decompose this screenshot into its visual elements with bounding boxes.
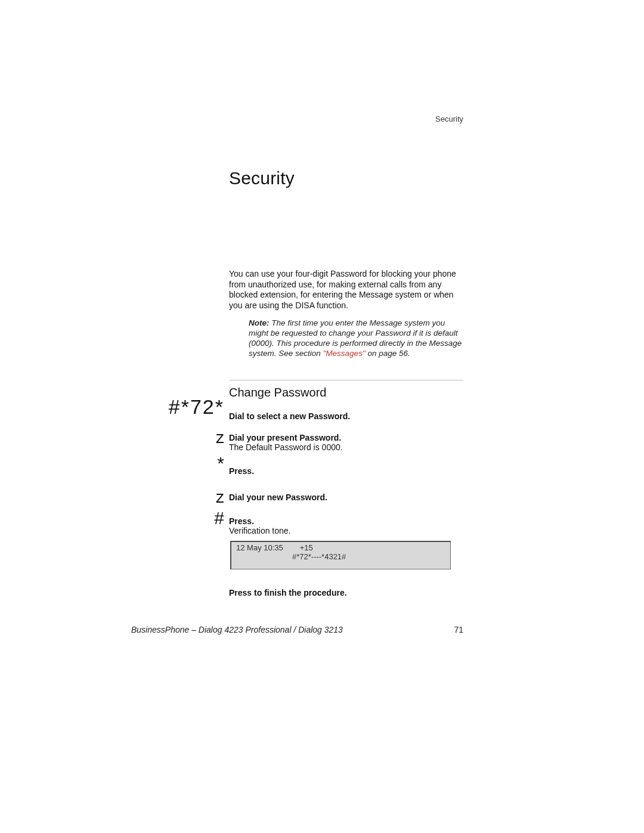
step-1-desc: Dial to select a new Password. bbox=[229, 411, 464, 421]
step-5-sub: Verification tone. bbox=[229, 526, 291, 535]
step-6-desc: Press to finish the procedure. bbox=[229, 588, 464, 597]
step-4-desc: Dial your new Password. bbox=[229, 493, 464, 502]
step-3-text: Press. bbox=[229, 466, 254, 476]
step-5-desc: Press. Verification tone. bbox=[229, 516, 464, 535]
page-title: Security bbox=[229, 168, 295, 188]
note-body-2: on page 56. bbox=[366, 349, 410, 358]
key-z-1: z bbox=[137, 428, 224, 447]
step-6-text: Press to finish the procedure. bbox=[229, 588, 347, 597]
step-2-text: Dial your present Password. bbox=[229, 433, 341, 442]
page: Security Security You can use your four-… bbox=[0, 0, 644, 833]
step-5-text: Press. bbox=[229, 516, 254, 526]
note-link[interactable]: "Messages" bbox=[323, 349, 366, 358]
footer-doc-title: BusinessPhone – Dialog 4223 Professional… bbox=[131, 625, 343, 634]
note-label: Note: bbox=[249, 318, 270, 327]
step-2-desc: Dial your present Password. The Default … bbox=[229, 433, 464, 452]
key-code-1: #*72* bbox=[137, 395, 224, 419]
key-hash: # bbox=[137, 508, 224, 528]
phone-display: 12 May 10:35 +15 #*72*----*4321# bbox=[230, 541, 451, 569]
key-star: * bbox=[137, 453, 224, 473]
intro-paragraph: You can use your four-digit Password for… bbox=[229, 269, 464, 311]
key-z-2: z bbox=[137, 488, 224, 507]
step-3-desc: Press. bbox=[229, 466, 464, 476]
footer-page-number: 71 bbox=[454, 625, 463, 634]
step-1-text: Dial to select a new Password. bbox=[229, 411, 350, 421]
note-block: Note: The first time you enter the Messa… bbox=[249, 318, 463, 359]
running-header: Security bbox=[435, 114, 463, 123]
step-2-sub: The Default Password is 0000. bbox=[229, 442, 343, 452]
display-ext: +15 bbox=[300, 543, 313, 552]
subheading: Change Password bbox=[229, 386, 326, 400]
display-date: 12 May 10:35 bbox=[236, 543, 283, 552]
display-code: #*72*----*4321# bbox=[236, 552, 445, 561]
step-4-text: Dial your new Password. bbox=[229, 493, 327, 502]
divider bbox=[229, 380, 463, 380]
